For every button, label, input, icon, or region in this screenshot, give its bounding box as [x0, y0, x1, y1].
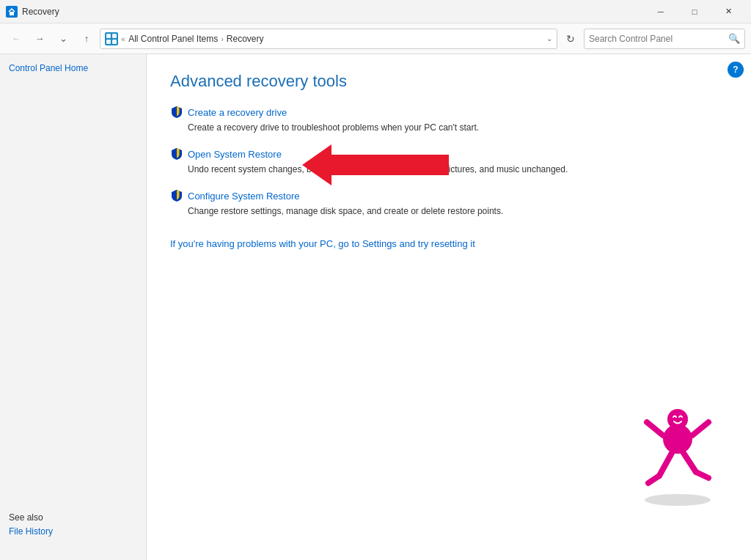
back-button[interactable]: ←	[6, 29, 26, 49]
dropdown-button[interactable]: ⌄	[53, 29, 73, 49]
shield-icon-2	[170, 147, 183, 161]
sidebar-top: Control Panel Home	[9, 63, 137, 73]
title-bar: Recovery ─ □ ✕	[0, 0, 751, 23]
shield-icon-1	[170, 106, 183, 119]
see-also-section: See also File History	[9, 512, 137, 537]
control-panel-icon	[105, 32, 118, 45]
recovery-item-create-drive: Create a recovery drive Create a recover…	[170, 106, 728, 134]
recovery-link-row-1: Create a recovery drive	[170, 106, 728, 119]
svg-line-13	[648, 476, 659, 483]
shield-icon-3	[170, 189, 183, 202]
search-submit-button[interactable]: 🔍	[728, 33, 740, 44]
file-history-link[interactable]: File History	[9, 526, 53, 537]
svg-rect-4	[112, 34, 117, 38]
refresh-button[interactable]: ↻	[560, 29, 581, 49]
sidebar: Control Panel Home See also File History	[0, 54, 147, 560]
minimize-button[interactable]: ─	[644, 0, 678, 23]
window-controls: ─ □ ✕	[644, 0, 745, 23]
svg-line-12	[659, 453, 672, 476]
recovery-link-row-2: Open System Restore	[170, 147, 728, 161]
maximize-button[interactable]: □	[678, 0, 711, 23]
window-icon	[6, 6, 18, 18]
svg-rect-5	[106, 40, 111, 44]
address-bar: ← → ⌄ ↑ « All Control Panel Items › Reco…	[0, 23, 751, 54]
svg-rect-1	[10, 12, 14, 15]
breadcrumb-arrow: ›	[221, 34, 224, 43]
arrow-head	[302, 144, 331, 185]
svg-line-10	[647, 422, 663, 435]
recovery-item-configure-restore: Configure System Restore Change restore …	[170, 189, 728, 218]
breadcrumb-bar[interactable]: « All Control Panel Items › Recovery ⌄	[100, 29, 557, 49]
create-recovery-drive-link[interactable]: Create a recovery drive	[188, 107, 287, 118]
settings-reset-link[interactable]: If you're having problems with your PC, …	[170, 238, 475, 249]
control-panel-home-link[interactable]: Control Panel Home	[9, 63, 137, 73]
svg-rect-3	[106, 34, 111, 38]
arrow-annotation	[302, 144, 449, 185]
open-system-restore-link[interactable]: Open System Restore	[188, 149, 282, 160]
page-title: Advanced recovery tools	[170, 72, 728, 91]
main-layout: Control Panel Home See also File History…	[0, 54, 751, 560]
svg-point-9	[667, 409, 688, 430]
search-input[interactable]	[589, 34, 728, 44]
arrow-body	[331, 155, 449, 175]
configure-system-restore-link[interactable]: Configure System Restore	[188, 191, 299, 202]
help-button[interactable]: ?	[728, 62, 744, 78]
breadcrumb-chevron-icon[interactable]: ⌄	[546, 34, 552, 43]
content-area: ? Advanced recovery tools Create a recov…	[147, 54, 751, 560]
open-system-restore-desc: Undo recent system changes, but leave fi…	[188, 163, 728, 176]
mascot-svg	[626, 399, 729, 509]
svg-point-7	[645, 494, 711, 506]
svg-line-15	[696, 472, 708, 478]
svg-line-14	[684, 453, 696, 472]
window-title: Recovery	[22, 7, 644, 17]
create-recovery-drive-desc: Create a recovery drive to troubleshoot …	[188, 121, 728, 134]
forward-button[interactable]: →	[29, 29, 50, 49]
recovery-item-system-restore: Open System Restore Undo recent system c…	[170, 147, 728, 176]
svg-rect-6	[112, 40, 117, 44]
recovery-link-row-3: Configure System Restore	[170, 189, 728, 202]
breadcrumb-current: Recovery	[227, 34, 264, 44]
breadcrumb-prefix: «	[121, 34, 125, 43]
mascot-figure	[626, 399, 729, 501]
see-also-label: See also	[9, 512, 137, 523]
search-box: 🔍	[584, 29, 745, 49]
svg-line-11	[692, 422, 708, 435]
configure-system-restore-desc: Change restore settings, manage disk spa…	[188, 205, 728, 218]
close-button[interactable]: ✕	[711, 0, 745, 23]
up-button[interactable]: ↑	[76, 29, 97, 49]
breadcrumb-parent[interactable]: All Control Panel Items	[128, 34, 218, 44]
